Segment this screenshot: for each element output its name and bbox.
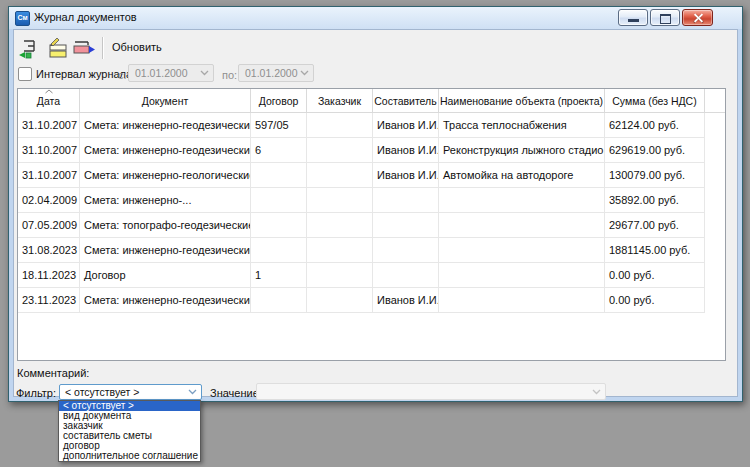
titlebar[interactable]: См Журнал документов bbox=[9, 7, 742, 29]
table-header: ДатаДокументДоговорЗаказчикСоставительНа… bbox=[18, 89, 725, 113]
client-area: Обновить Интервал журнала с: 01.01.2000 … bbox=[13, 29, 738, 397]
table-cell: Смета: топографо-геодезические ... bbox=[80, 213, 251, 238]
table-cell: 23.11.2023 bbox=[18, 288, 80, 313]
value-label: Значение: bbox=[210, 387, 262, 399]
table-row[interactable]: 31.10.2007Смета: инженерно-геологические… bbox=[18, 163, 725, 188]
table-cell bbox=[307, 263, 373, 288]
date-to-combobox[interactable]: 01.01.2000 bbox=[238, 64, 314, 82]
chevron-down-icon bbox=[188, 389, 197, 395]
date-to-value: 01.01.2000 bbox=[245, 67, 298, 79]
chevron-down-icon bbox=[592, 389, 601, 395]
table-cell: 31.10.2007 bbox=[18, 113, 80, 138]
table-cell bbox=[307, 113, 373, 138]
table-cell: Смета: инженерно-геодезические ... bbox=[80, 238, 251, 263]
edit-estimate-icon[interactable] bbox=[45, 37, 71, 59]
table-cell: Реконструкция лыжного стадио... bbox=[439, 138, 605, 163]
table-cell bbox=[307, 238, 373, 263]
minimize-icon bbox=[628, 19, 639, 22]
close-icon bbox=[692, 12, 703, 23]
table-cell: 0.00 руб. bbox=[605, 263, 705, 288]
table-cell: Смета: инженерно-геологические ... bbox=[80, 163, 251, 188]
export-document-icon[interactable] bbox=[71, 37, 97, 59]
value-combobox[interactable] bbox=[256, 383, 606, 400]
date-from-value: 01.01.2000 bbox=[135, 67, 188, 79]
table-row[interactable]: 31.10.2007Смета: инженерно-геодезические… bbox=[18, 113, 725, 138]
table-cell: 130079.00 руб. bbox=[605, 163, 705, 188]
chevron-down-icon bbox=[200, 70, 209, 76]
filter-option[interactable]: < отсутствует > bbox=[59, 401, 200, 411]
table-cell: 31.08.2023 bbox=[18, 238, 80, 263]
refresh-button[interactable]: Обновить bbox=[112, 41, 162, 53]
table-cell bbox=[373, 213, 439, 238]
header-filler bbox=[705, 89, 725, 112]
table-row[interactable]: 23.11.2023Смета: инженерно-геодезические… bbox=[18, 288, 725, 313]
table-cell bbox=[439, 213, 605, 238]
table-cell bbox=[251, 213, 307, 238]
table-row[interactable]: 31.10.2007Смета: инженерно-геодезические… bbox=[18, 138, 725, 163]
row-filler bbox=[705, 238, 725, 263]
table-cell: 62124.00 руб. bbox=[605, 113, 705, 138]
table-row[interactable]: 31.08.2023Смета: инженерно-геодезические… bbox=[18, 238, 725, 263]
table-cell bbox=[251, 188, 307, 213]
table-row[interactable]: 18.11.2023Договор10.00 руб. bbox=[18, 263, 725, 288]
documents-table: ДатаДокументДоговорЗаказчикСоставительНа… bbox=[17, 88, 726, 361]
column-header[interactable]: Заказчик bbox=[307, 89, 373, 112]
filter-option[interactable]: дополнительное соглашение bbox=[59, 451, 200, 461]
column-header[interactable]: Наименование объекта (проекта) bbox=[439, 89, 605, 112]
column-header[interactable]: Сумма (без НДС) bbox=[605, 89, 705, 112]
table-cell: Иванов И.И. bbox=[373, 113, 439, 138]
table-cell: Иванов И.И. bbox=[373, 288, 439, 313]
table-cell: Автомойка на автодороге bbox=[439, 163, 605, 188]
filter-option[interactable]: вид документа bbox=[59, 411, 200, 421]
table-body: 31.10.2007Смета: инженерно-геодезические… bbox=[18, 113, 725, 313]
table-cell: 07.05.2009 bbox=[18, 213, 80, 238]
table-cell bbox=[373, 263, 439, 288]
table-cell: Смета: инженерно-геодезические ... bbox=[80, 113, 251, 138]
table-cell: Смета: инженерно-геодезические ... bbox=[80, 288, 251, 313]
table-cell bbox=[307, 213, 373, 238]
filter-option[interactable]: составитель сметы bbox=[59, 431, 200, 441]
table-cell bbox=[439, 288, 605, 313]
column-header[interactable]: Дата bbox=[18, 89, 80, 112]
column-header[interactable]: Договор bbox=[251, 89, 307, 112]
row-filler bbox=[705, 288, 725, 313]
table-cell: 35892.00 руб. bbox=[605, 188, 705, 213]
window-title: Журнал документов bbox=[34, 11, 137, 23]
close-button[interactable] bbox=[682, 9, 713, 26]
filter-combobox[interactable]: < отсутствует > bbox=[59, 384, 202, 400]
table-cell: 1 bbox=[251, 263, 307, 288]
date-from-combobox[interactable]: 01.01.2000 bbox=[128, 64, 214, 82]
column-header[interactable]: Составитель bbox=[373, 89, 439, 112]
column-header-label: Договор bbox=[259, 95, 299, 107]
column-header-label: Сумма (без НДС) bbox=[612, 95, 696, 107]
comment-label: Комментарий: bbox=[17, 367, 89, 379]
date-from-label: с: bbox=[118, 69, 127, 81]
table-row[interactable]: 02.04.2009Смета: инженерно-...35892.00 р… bbox=[18, 188, 725, 213]
date-to-label: по: bbox=[222, 69, 237, 81]
filter-option[interactable]: договор bbox=[59, 441, 200, 451]
minimize-button[interactable] bbox=[618, 9, 648, 26]
row-filler bbox=[705, 263, 725, 288]
sort-asc-icon bbox=[44, 89, 53, 95]
maximize-button[interactable] bbox=[650, 9, 680, 26]
maximize-icon bbox=[660, 14, 671, 24]
table-cell: 0.00 руб. bbox=[605, 288, 705, 313]
table-cell: Смета: инженерно-... bbox=[80, 188, 251, 213]
table-row[interactable]: 07.05.2009Смета: топографо-геодезические… bbox=[18, 213, 725, 238]
column-header-label: Составитель bbox=[374, 95, 436, 107]
row-filler bbox=[705, 188, 725, 213]
table-cell: Договор bbox=[80, 263, 251, 288]
load-journal-icon[interactable] bbox=[17, 37, 43, 59]
row-filler bbox=[705, 163, 725, 188]
filter-value: < отсутствует > bbox=[65, 386, 139, 398]
filter-option[interactable]: заказчик bbox=[59, 421, 200, 431]
table-cell bbox=[307, 188, 373, 213]
table-cell: 629619.00 руб. bbox=[605, 138, 705, 163]
chevron-down-icon bbox=[300, 70, 309, 76]
table-cell: 18.11.2023 bbox=[18, 263, 80, 288]
table-cell bbox=[373, 188, 439, 213]
row-filler bbox=[705, 213, 725, 238]
filter-label: Фильтр: bbox=[16, 387, 56, 399]
column-header[interactable]: Документ bbox=[80, 89, 251, 112]
interval-checkbox[interactable] bbox=[18, 67, 32, 81]
